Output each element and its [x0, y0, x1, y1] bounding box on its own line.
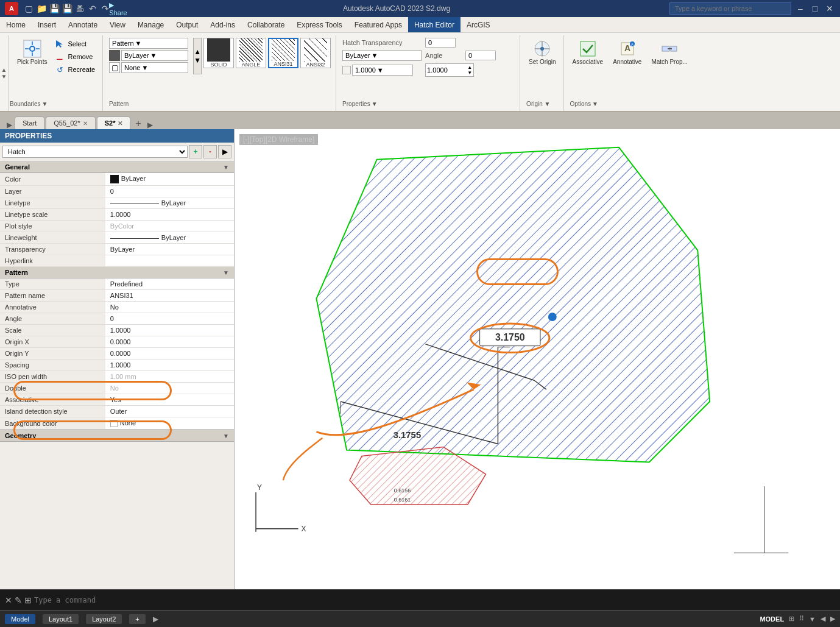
hatch-grip[interactable]: [548, 313, 557, 321]
ribbon-boundaries-group: Pick Points Select ⚊ Remove: [10, 35, 103, 111]
scale-row: Scale 1.0000: [0, 325, 234, 336]
minimize-icon[interactable]: –: [795, 3, 806, 14]
dim-value-1: 3.1750: [495, 332, 525, 342]
y-axis-label: Y: [257, 483, 262, 492]
general-section-header[interactable]: General ▼: [0, 161, 234, 173]
select-button[interactable]: Select: [52, 38, 97, 50]
pattern-solid[interactable]: SOLID: [203, 38, 234, 68]
command-input[interactable]: [34, 596, 835, 604]
properties-selector[interactable]: Hatch: [2, 146, 188, 158]
status-right: MODEL ⊞ ⠿ ▼ ◀ ▶: [760, 615, 835, 623]
pattern-scroll-prev[interactable]: ▲ ▼: [193, 38, 202, 74]
bylayer-dropdown[interactable]: ByLayer ▼: [121, 50, 188, 61]
pick-points-button[interactable]: Pick Points: [15, 38, 49, 67]
match-prop-button[interactable]: Match Prop...: [649, 38, 690, 99]
grid-view-btn[interactable]: ⊞: [789, 615, 794, 623]
origin-group-label: Origin ▼: [526, 101, 550, 107]
print-icon[interactable]: 🖶: [74, 3, 85, 14]
menu-output[interactable]: Output: [170, 17, 204, 32]
new-tab-button[interactable]: +: [132, 118, 144, 129]
props-btn-2[interactable]: -: [203, 145, 217, 158]
annotative-button[interactable]: A A Annotative: [610, 38, 644, 99]
table-row: Associative Yes: [0, 394, 234, 406]
recreate-button[interactable]: ↺ Recreate: [52, 63, 97, 76]
search-input[interactable]: [669, 2, 791, 15]
menu-featured-apps[interactable]: Featured Apps: [348, 17, 408, 32]
remove-icon: ⚊: [54, 51, 65, 62]
scroll-up-icon[interactable]: ▲: [1, 66, 7, 73]
tabs-next-icon[interactable]: ▶: [146, 121, 155, 129]
dim-value-2: 3.1755: [394, 430, 422, 440]
quick-access-toolbar: ▢ 📁 💾 💾 🖶 ↶ ↷ ▶ Share: [23, 3, 124, 14]
pattern-ansi31[interactable]: ANSI31: [268, 38, 298, 68]
annotative-icon: A A: [618, 39, 637, 58]
table-row: Background color None: [0, 417, 234, 430]
set-origin-icon: [532, 39, 552, 58]
dropdown-btn[interactable]: ▼: [809, 615, 816, 623]
pattern-dropdown[interactable]: Pattern ▼: [109, 38, 188, 49]
table-row: Island detection style Outer: [0, 406, 234, 417]
close-icon[interactable]: ✕: [824, 3, 835, 14]
remove-button[interactable]: ⚊ Remove: [52, 51, 97, 63]
menu-arcgis[interactable]: ArcGIS: [461, 17, 496, 32]
pattern-section-header[interactable]: Pattern ▼: [0, 267, 234, 278]
small-hatch-polygon[interactable]: [350, 447, 486, 505]
tab-q5502[interactable]: Q55_02* ✕: [46, 116, 95, 129]
bylayer-props-dropdown[interactable]: ByLayer ▼: [342, 50, 422, 61]
model-tab[interactable]: Model: [5, 614, 35, 624]
scroll-down-icon[interactable]: ▼: [1, 73, 7, 80]
dots-view-btn[interactable]: ⠿: [799, 615, 804, 623]
tab-q5502-close[interactable]: ✕: [83, 120, 88, 127]
menu-manage[interactable]: Manage: [132, 17, 170, 32]
tab-s2[interactable]: S2* ✕: [97, 116, 131, 129]
props-selector-row: Hatch + - ▶: [0, 143, 234, 161]
scale-dropdown[interactable]: 1.0000 ▼: [352, 65, 413, 76]
undo-icon[interactable]: ↶: [87, 3, 98, 14]
props-btn-1[interactable]: +: [189, 145, 202, 158]
tab-s2-close[interactable]: ✕: [118, 120, 122, 127]
geometry-section-header[interactable]: Geometry ▼: [0, 430, 234, 442]
menu-insert[interactable]: Insert: [32, 17, 62, 32]
cmd-expand-icon[interactable]: ⊞: [24, 595, 32, 605]
angle-input[interactable]: [465, 51, 496, 60]
menu-hatch-editor[interactable]: Hatch Editor: [408, 17, 461, 32]
menu-home[interactable]: Home: [0, 17, 32, 32]
menu-view[interactable]: View: [104, 17, 132, 32]
menu-collaborate[interactable]: Collaborate: [241, 17, 291, 32]
none-dropdown[interactable]: None ▼: [121, 62, 188, 73]
saveas-icon[interactable]: 💾: [62, 3, 72, 14]
cmd-pencil-icon[interactable]: ✎: [15, 595, 22, 605]
new-icon[interactable]: ▢: [23, 3, 34, 14]
tab-start[interactable]: Start: [15, 116, 44, 129]
main-hatch-polygon[interactable]: [316, 147, 710, 462]
associative-button[interactable]: Associative: [570, 38, 606, 99]
scale-down-arrow[interactable]: ▼: [467, 70, 472, 76]
save-icon[interactable]: 💾: [49, 3, 60, 14]
menu-annotate[interactable]: Annotate: [62, 17, 104, 32]
pattern-ansi32[interactable]: ANSI32: [300, 38, 331, 68]
open-icon[interactable]: 📁: [36, 3, 47, 14]
props-btn-3[interactable]: ▶: [218, 145, 231, 158]
tabs-prev-icon[interactable]: ▶: [5, 121, 13, 129]
cmd-x-icon[interactable]: ✕: [5, 595, 12, 605]
menu-addins[interactable]: Add-ins: [204, 17, 241, 32]
associative-icon: [578, 39, 598, 58]
share-icon[interactable]: ▶ Share: [113, 3, 124, 14]
nav-next-btn[interactable]: ▶: [830, 615, 835, 623]
set-origin-button[interactable]: Set Origin: [526, 38, 558, 67]
ribbon-scroll-left[interactable]: ▲ ▼: [0, 35, 9, 111]
pattern-angle[interactable]: ANGLE: [236, 38, 266, 68]
ansi32-pattern-img: [304, 38, 327, 62]
tabs-row: ▶ Start Q55_02* ✕ S2* ✕ + ▶: [0, 112, 840, 129]
scale-up-arrow[interactable]: ▲: [467, 65, 472, 70]
hatch-transparency-input[interactable]: [425, 38, 456, 48]
menu-express-tools[interactable]: Express Tools: [291, 17, 348, 32]
nav-prev-btn[interactable]: ◀: [821, 615, 825, 623]
add-layout-btn[interactable]: +: [129, 614, 145, 624]
layout2-tab[interactable]: Layout2: [86, 614, 122, 624]
properties-header: PROPERTIES: [0, 129, 234, 143]
layout1-tab[interactable]: Layout1: [43, 614, 79, 624]
menubar: Home Insert Annotate View Manage Output …: [0, 17, 840, 33]
maximize-icon[interactable]: □: [810, 3, 821, 14]
layouts-arrow[interactable]: ▶: [153, 615, 161, 623]
